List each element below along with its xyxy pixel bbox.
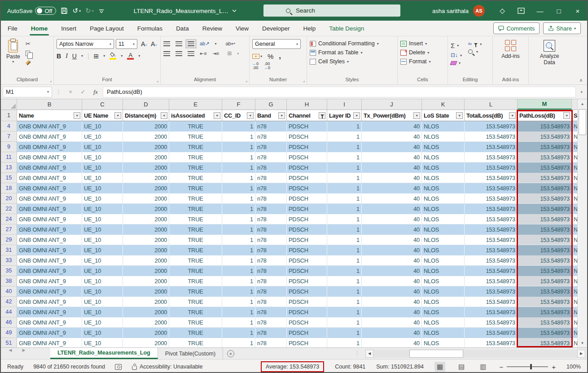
tab-table-design[interactable]: Table Design bbox=[322, 21, 371, 36]
cell-sliver13[interactable]: N bbox=[572, 162, 577, 173]
row-number-13[interactable]: 13 bbox=[1, 162, 17, 173]
cell-J29[interactable]: 40 bbox=[362, 235, 422, 245]
borders-button[interactable]: ⊞ bbox=[94, 53, 99, 60]
cell-G40[interactable]: n78 bbox=[255, 286, 287, 297]
cell-F27[interactable]: 1 bbox=[222, 224, 255, 235]
delete-cells-button[interactable]: Delete▾ bbox=[400, 49, 445, 56]
cell-F31[interactable]: 1 bbox=[222, 245, 255, 255]
align-right-button[interactable] bbox=[188, 51, 194, 56]
cell-L7[interactable]: 153.548973 bbox=[465, 132, 518, 142]
row-number-33[interactable]: 33 bbox=[1, 255, 17, 266]
cell-H4[interactable]: PDSCH bbox=[287, 121, 327, 132]
cell-I20[interactable]: 1 bbox=[327, 193, 362, 204]
cell-M40[interactable]: 153.548973 bbox=[518, 286, 572, 297]
cell-J18[interactable]: 40 bbox=[362, 183, 422, 193]
cell-F22[interactable]: 1 bbox=[222, 204, 255, 214]
cell-sliver33[interactable]: N bbox=[572, 255, 577, 266]
row-number-31[interactable]: 31 bbox=[1, 245, 17, 255]
cell-E24[interactable]: TRUE bbox=[169, 214, 222, 224]
cell-F15[interactable]: 1 bbox=[222, 173, 255, 183]
cell-I7[interactable]: 1 bbox=[327, 132, 362, 142]
cell-F40[interactable]: 1 bbox=[222, 286, 255, 297]
cell-sliver44[interactable]: N bbox=[572, 307, 577, 317]
cell-E51[interactable]: TRUE bbox=[169, 338, 222, 347]
normal-view-button[interactable]: ▦ bbox=[434, 362, 445, 372]
column-letter-C[interactable]: C bbox=[82, 99, 123, 110]
row-number-22[interactable]: 22 bbox=[1, 204, 17, 214]
zoom-slider-thumb[interactable] bbox=[530, 364, 532, 369]
merge-center-button[interactable]: ⊞ bbox=[227, 50, 232, 57]
format-as-table-button[interactable]: Format as Table▾ bbox=[310, 49, 395, 56]
cell-I33[interactable]: 1 bbox=[327, 255, 362, 266]
cell-J9[interactable]: 40 bbox=[362, 142, 422, 152]
column-letter-F[interactable]: F bbox=[222, 99, 255, 110]
cell-E18[interactable]: TRUE bbox=[169, 183, 222, 193]
cell-L18[interactable]: 153.548973 bbox=[465, 183, 518, 193]
comma-style-button[interactable]: , bbox=[279, 52, 281, 61]
cell-G38[interactable]: n78 bbox=[255, 276, 287, 286]
filter-dropdown-icon[interactable]: ▼ bbox=[74, 112, 80, 119]
vertical-scrollbar[interactable]: ▲ ▼ bbox=[577, 99, 587, 347]
cell-I24[interactable]: 1 bbox=[327, 214, 362, 224]
filter-dropdown-icon[interactable]: ▼ bbox=[161, 112, 167, 119]
insert-cells-button[interactable]: Insert▾ bbox=[400, 40, 445, 47]
cell-G29[interactable]: n78 bbox=[255, 235, 287, 245]
cell-sliver4[interactable]: N bbox=[572, 121, 577, 132]
zoom-out-button[interactable]: − bbox=[499, 363, 503, 371]
cell-F7[interactable]: 1 bbox=[222, 132, 255, 142]
cell-M29[interactable]: 153.548973 bbox=[518, 235, 572, 245]
cell-sliver46[interactable]: N bbox=[572, 317, 577, 328]
cell-J22[interactable]: 40 bbox=[362, 204, 422, 214]
cell-L4[interactable]: 153.548973 bbox=[465, 121, 518, 132]
cell-K31[interactable]: NLOS bbox=[422, 245, 465, 255]
cell-B42[interactable]: GNB OMNI ANT_9 bbox=[17, 297, 82, 307]
decrease-indent-button[interactable]: ⇤≡ bbox=[200, 51, 207, 57]
cancel-entry-button[interactable]: × bbox=[65, 88, 76, 95]
underline-button[interactable]: U bbox=[72, 53, 77, 60]
format-cells-button[interactable]: Format▾ bbox=[400, 58, 445, 65]
row-number-40[interactable]: 40 bbox=[1, 286, 17, 297]
cell-B44[interactable]: GNB OMNI ANT_9 bbox=[17, 307, 82, 317]
cell-C22[interactable]: UE_10 bbox=[82, 204, 123, 214]
cell-H31[interactable]: PDSCH bbox=[287, 245, 327, 255]
cell-sliver20[interactable]: N bbox=[572, 193, 577, 204]
filter-dropdown-icon[interactable]: ▼ bbox=[247, 112, 254, 119]
tab-help[interactable]: Help bbox=[297, 21, 323, 36]
filter-dropdown-icon[interactable]: ▼ bbox=[563, 112, 570, 119]
tab-developer[interactable]: Developer bbox=[255, 21, 297, 36]
cell-G44[interactable]: n78 bbox=[255, 307, 287, 317]
horizontal-scrollbar-track[interactable] bbox=[373, 350, 577, 358]
cell-sliver42[interactable]: N bbox=[572, 297, 577, 307]
cell-G20[interactable]: n78 bbox=[255, 193, 287, 204]
cell-D27[interactable]: 2000 bbox=[123, 224, 169, 235]
cell-F33[interactable]: 1 bbox=[222, 255, 255, 266]
cell-F46[interactable]: 1 bbox=[222, 317, 255, 328]
cell-H13[interactable]: PDSCH bbox=[287, 162, 327, 173]
clear-button[interactable]: ▾ bbox=[451, 61, 462, 65]
cell-D11[interactable]: 2000 bbox=[123, 152, 169, 162]
cell-H49[interactable]: PDSCH bbox=[287, 328, 327, 338]
customize-quick-access-button[interactable] bbox=[98, 8, 105, 14]
cell-G27[interactable]: n78 bbox=[255, 224, 287, 235]
cell-E22[interactable]: TRUE bbox=[169, 204, 222, 214]
ribbon-display-options-button[interactable] bbox=[512, 1, 531, 21]
wrap-text-button[interactable]: ab↩ bbox=[225, 41, 235, 47]
cell-H22[interactable]: PDSCH bbox=[287, 204, 327, 214]
row-number-24[interactable]: 24 bbox=[1, 214, 17, 224]
cell-B13[interactable]: GNB OMNI ANT_9 bbox=[17, 162, 82, 173]
cell-J38[interactable]: 40 bbox=[362, 276, 422, 286]
sheet-nav-right-icon[interactable]: ▶ bbox=[18, 348, 30, 352]
cell-B49[interactable]: GNB OMNI ANT_9 bbox=[17, 328, 82, 338]
tab-page-layout[interactable]: Page Layout bbox=[83, 21, 131, 36]
cell-G11[interactable]: n78 bbox=[255, 152, 287, 162]
cell-K35[interactable]: NLOS bbox=[422, 266, 465, 276]
cell-F51[interactable]: 1 bbox=[222, 338, 255, 347]
cell-F13[interactable]: 1 bbox=[222, 162, 255, 173]
cell-H51[interactable]: PDSCH bbox=[287, 338, 327, 347]
cell-G42[interactable]: n78 bbox=[255, 297, 287, 307]
sheet-nav-left-icon[interactable]: ◀ bbox=[4, 348, 16, 352]
search-input[interactable]: Search bbox=[263, 4, 400, 17]
cell-H38[interactable]: PDSCH bbox=[287, 276, 327, 286]
accounting-format-button[interactable]: ¤▾ bbox=[252, 54, 262, 59]
cell-B27[interactable]: GNB OMNI ANT_9 bbox=[17, 224, 82, 235]
